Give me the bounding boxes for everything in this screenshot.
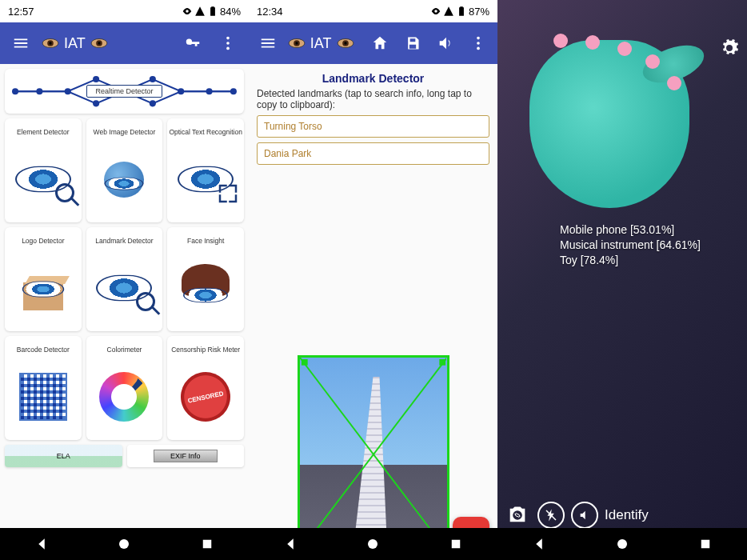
svg-point-16: [178, 88, 184, 94]
svg-point-6: [226, 37, 230, 40]
colorimeter-card[interactable]: Colorimeter: [86, 336, 163, 440]
navigation-bar: [249, 528, 497, 560]
sound-toggle-button[interactable]: [571, 502, 598, 529]
sound-button[interactable]: [432, 29, 458, 58]
recents-button[interactable]: [200, 537, 214, 551]
camera-switch-icon: [506, 504, 529, 526]
eye-icon: [337, 38, 354, 49]
card-art: [6, 141, 80, 218]
status-time: 12:34: [257, 6, 283, 18]
camera-preview[interactable]: [497, 0, 747, 560]
card-title: Colorimeter: [107, 341, 142, 358]
svg-point-9: [12, 88, 18, 94]
svg-point-39: [617, 539, 627, 549]
barcode-detector-card[interactable]: Barcode Detector: [5, 336, 82, 440]
flash-off-icon: [544, 508, 558, 522]
svg-point-7: [226, 42, 230, 45]
svg-point-12: [93, 76, 99, 82]
svg-point-28: [477, 42, 480, 45]
logo-detector-card[interactable]: Logo Detector: [5, 227, 82, 331]
web-image-detector-card[interactable]: Web Image Detector: [86, 118, 163, 222]
svg-point-17: [206, 88, 213, 94]
card-title: Landmark Detector: [95, 232, 153, 250]
gear-icon: [720, 38, 739, 58]
exif-label: EXIF Info: [154, 450, 218, 462]
settings-button[interactable]: [720, 38, 739, 61]
card-title: Logo Detector: [22, 232, 64, 250]
menu-button[interactable]: [6, 29, 35, 58]
volume-icon: [578, 509, 591, 522]
detection-results: Mobile phone [53.01%] Musical instrument…: [560, 222, 701, 268]
realtime-detector-card[interactable]: Realtime Detector: [5, 69, 244, 114]
svg-point-14: [150, 76, 156, 82]
panel-main-menu: 12:57 84% IAT: [0, 0, 249, 560]
element-detector-card[interactable]: Element Detector: [5, 118, 82, 222]
panel-realtime-camera: Mobile phone [53.01%] Musical instrument…: [497, 0, 747, 560]
app-title: IAT: [288, 35, 354, 52]
hamburger-icon: [259, 34, 277, 52]
eye-icon: [288, 38, 306, 49]
signal-icon: [194, 6, 206, 17]
landmark-result-item[interactable]: Dania Park: [257, 142, 489, 165]
identify-label[interactable]: Identify: [605, 507, 649, 523]
exif-info-card[interactable]: EXIF Info: [127, 445, 245, 467]
flash-button[interactable]: [537, 502, 565, 529]
status-indicators: 84%: [182, 6, 241, 18]
ela-label: ELA: [57, 452, 70, 460]
save-icon: [405, 35, 421, 51]
back-button[interactable]: [532, 537, 546, 551]
ela-card[interactable]: ELA: [5, 445, 122, 467]
card-title: Optical Text Recognition: [169, 123, 242, 141]
home-button[interactable]: [366, 537, 380, 551]
switch-camera-button[interactable]: [504, 502, 531, 529]
navigation-bar: [0, 528, 249, 560]
card-art: [88, 358, 162, 435]
app-bar: IAT: [0, 22, 249, 64]
svg-point-27: [477, 37, 480, 40]
overflow-button[interactable]: [465, 29, 491, 58]
status-bar: 12:34 87%: [249, 0, 497, 22]
recents-button[interactable]: [449, 537, 463, 551]
svg-rect-33: [439, 359, 445, 366]
back-button[interactable]: [283, 537, 298, 551]
more-vert-icon: [219, 34, 237, 52]
home-button[interactable]: [117, 537, 131, 551]
card-art: [6, 358, 80, 435]
svg-point-18: [230, 88, 237, 94]
card-title: Barcode Detector: [17, 341, 70, 358]
detection-overlay: [300, 358, 447, 551]
svg-point-5: [98, 42, 100, 44]
landmark-detector-card[interactable]: Landmark Detector: [86, 227, 163, 331]
svg-rect-32: [301, 359, 307, 366]
card-art: CENSORED: [169, 358, 242, 435]
landmark-result-item[interactable]: Turning Torso: [257, 115, 489, 138]
card-art: [88, 250, 162, 326]
analyzed-image[interactable]: [298, 355, 449, 555]
main-content: Realtime Detector Element Detector Web I…: [0, 64, 249, 560]
home-button[interactable]: [615, 537, 629, 551]
svg-point-15: [150, 100, 156, 106]
volume-icon: [437, 34, 454, 52]
censorship-risk-meter-card[interactable]: Censorship Risk Meter CENSORED: [167, 336, 244, 440]
svg-point-11: [65, 88, 71, 94]
detection-line: Toy [78.4%]: [560, 253, 701, 268]
detection-line: Mobile phone [53.01%]: [560, 222, 701, 238]
recents-button[interactable]: [698, 537, 713, 551]
key-button[interactable]: [178, 29, 207, 58]
face-insight-card[interactable]: Face Insight: [167, 227, 244, 331]
bottom-row: ELA EXIF Info: [5, 445, 244, 467]
back-button[interactable]: [34, 537, 49, 551]
card-art: [88, 141, 162, 218]
menu-button[interactable]: [255, 29, 282, 58]
save-button[interactable]: [399, 29, 425, 58]
more-vert-icon: [469, 34, 487, 52]
svg-point-8: [226, 47, 230, 50]
optical-text-recognition-card[interactable]: Optical Text Recognition: [167, 118, 244, 222]
home-icon: [371, 34, 389, 52]
overflow-button[interactable]: [214, 29, 242, 58]
home-button-appbar[interactable]: [367, 29, 393, 58]
card-title: Censorship Risk Meter: [171, 341, 240, 358]
card-title: Face Insight: [187, 232, 224, 250]
battery-icon: [456, 6, 467, 17]
eye-icon: [182, 6, 193, 17]
